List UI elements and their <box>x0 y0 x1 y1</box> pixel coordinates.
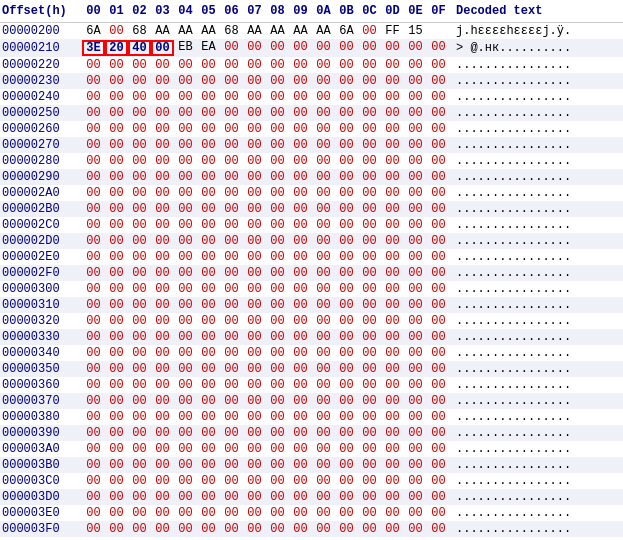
hex-cell[interactable]: 00 <box>266 40 289 56</box>
hex-cell[interactable]: 00 <box>105 362 128 376</box>
hex-cell[interactable]: 00 <box>266 122 289 136</box>
hex-cell[interactable]: 00 <box>174 394 197 408</box>
hex-cell[interactable]: 00 <box>82 58 105 72</box>
hex-cell[interactable]: 00 <box>243 250 266 264</box>
hex-cell[interactable]: 00 <box>151 202 174 216</box>
hex-cell[interactable]: 00 <box>128 458 151 472</box>
hex-cell[interactable]: 00 <box>220 522 243 536</box>
hex-cell[interactable]: 00 <box>266 138 289 152</box>
hex-cell[interactable]: 00 <box>151 282 174 296</box>
hex-cell[interactable]: 00 <box>197 442 220 456</box>
hex-cell[interactable]: 00 <box>82 314 105 328</box>
hex-cell[interactable]: 00 <box>220 90 243 104</box>
hex-cell[interactable]: 00 <box>381 474 404 488</box>
hex-cell[interactable]: 00 <box>266 458 289 472</box>
hex-cell[interactable]: 00 <box>128 58 151 72</box>
hex-cell[interactable]: 00 <box>289 122 312 136</box>
hex-cell[interactable]: 00 <box>335 138 358 152</box>
hex-cell[interactable]: 00 <box>358 362 381 376</box>
hex-cell[interactable]: 00 <box>289 154 312 168</box>
hex-cell[interactable]: 00 <box>312 378 335 392</box>
hex-cell[interactable]: 00 <box>266 522 289 536</box>
hex-cell[interactable]: 00 <box>151 506 174 520</box>
hex-cell[interactable]: 00 <box>197 362 220 376</box>
hex-cell[interactable]: 00 <box>197 266 220 280</box>
hex-cell[interactable]: 00 <box>243 362 266 376</box>
hex-cell[interactable]: 00 <box>266 330 289 344</box>
hex-cell[interactable]: 00 <box>312 202 335 216</box>
hex-cell[interactable]: 00 <box>174 122 197 136</box>
hex-cell[interactable]: 00 <box>427 426 450 440</box>
hex-cell[interactable]: 00 <box>381 522 404 536</box>
hex-cell[interactable]: 00 <box>404 458 427 472</box>
hex-cell[interactable]: 00 <box>128 122 151 136</box>
hex-cell[interactable]: 00 <box>82 442 105 456</box>
hex-cell[interactable]: 00 <box>427 218 450 232</box>
hex-cell[interactable]: 00 <box>381 58 404 72</box>
hex-cell[interactable]: 00 <box>243 58 266 72</box>
hex-cell[interactable]: 00 <box>128 138 151 152</box>
hex-cell[interactable]: 00 <box>220 458 243 472</box>
hex-cell[interactable]: 00 <box>243 506 266 520</box>
hex-cell[interactable]: 40 <box>128 40 151 56</box>
hex-cell[interactable]: 00 <box>427 122 450 136</box>
hex-cell[interactable]: 00 <box>220 330 243 344</box>
hex-cell[interactable]: 00 <box>312 234 335 248</box>
hex-cell[interactable]: 00 <box>105 266 128 280</box>
hex-cell[interactable]: 00 <box>289 40 312 56</box>
hex-cell[interactable]: 00 <box>312 186 335 200</box>
hex-cell[interactable]: 00 <box>128 490 151 504</box>
hex-cell[interactable]: 00 <box>174 282 197 296</box>
hex-cell[interactable]: 00 <box>427 346 450 360</box>
hex-cell[interactable]: 00 <box>151 218 174 232</box>
hex-cell[interactable]: 00 <box>82 426 105 440</box>
hex-cell[interactable]: 00 <box>404 266 427 280</box>
hex-cell[interactable]: 00 <box>358 378 381 392</box>
hex-cell[interactable]: 00 <box>381 330 404 344</box>
hex-cell[interactable]: 00 <box>266 314 289 328</box>
hex-cell[interactable]: 00 <box>404 106 427 120</box>
hex-cell[interactable]: 00 <box>151 266 174 280</box>
hex-cell[interactable]: 00 <box>151 186 174 200</box>
hex-cell[interactable]: 00 <box>243 442 266 456</box>
hex-cell[interactable]: 00 <box>289 474 312 488</box>
hex-cell[interactable]: 00 <box>335 170 358 184</box>
hex-cell[interactable]: 00 <box>266 378 289 392</box>
hex-cell[interactable]: 00 <box>381 282 404 296</box>
hex-cell[interactable]: 15 <box>404 24 427 38</box>
hex-cell[interactable]: 00 <box>427 442 450 456</box>
hex-cell[interactable]: 00 <box>266 394 289 408</box>
hex-cell[interactable]: 00 <box>82 506 105 520</box>
hex-cell[interactable]: 00 <box>128 250 151 264</box>
hex-cell[interactable]: 00 <box>404 138 427 152</box>
hex-cell[interactable]: 00 <box>266 234 289 248</box>
hex-cell[interactable]: 00 <box>220 186 243 200</box>
hex-cell[interactable]: 00 <box>243 426 266 440</box>
hex-cell[interactable]: 00 <box>312 106 335 120</box>
hex-cell[interactable]: 00 <box>358 24 381 38</box>
hex-cell[interactable]: 00 <box>151 314 174 328</box>
hex-cell[interactable]: 00 <box>220 106 243 120</box>
hex-cell[interactable]: 00 <box>358 314 381 328</box>
hex-cell[interactable]: 00 <box>312 298 335 312</box>
hex-cell[interactable]: 00 <box>174 106 197 120</box>
hex-cell[interactable]: 00 <box>404 250 427 264</box>
hex-cell[interactable]: 00 <box>266 106 289 120</box>
hex-cell[interactable]: 00 <box>82 170 105 184</box>
hex-cell[interactable]: 00 <box>335 58 358 72</box>
hex-cell[interactable]: 00 <box>335 362 358 376</box>
hex-cell[interactable]: 00 <box>427 90 450 104</box>
hex-cell[interactable]: 00 <box>128 170 151 184</box>
hex-cell[interactable]: 00 <box>358 40 381 56</box>
hex-cell[interactable]: 00 <box>404 506 427 520</box>
hex-cell[interactable]: 00 <box>381 394 404 408</box>
hex-cell[interactable]: 00 <box>105 24 128 38</box>
hex-cell[interactable]: 00 <box>266 250 289 264</box>
hex-cell[interactable]: 00 <box>358 266 381 280</box>
hex-cell[interactable]: 00 <box>335 266 358 280</box>
hex-cell[interactable]: 00 <box>358 186 381 200</box>
hex-cell[interactable]: 00 <box>289 522 312 536</box>
hex-cell[interactable]: 00 <box>427 410 450 424</box>
hex-cell[interactable]: 00 <box>197 474 220 488</box>
hex-cell[interactable]: 00 <box>289 90 312 104</box>
